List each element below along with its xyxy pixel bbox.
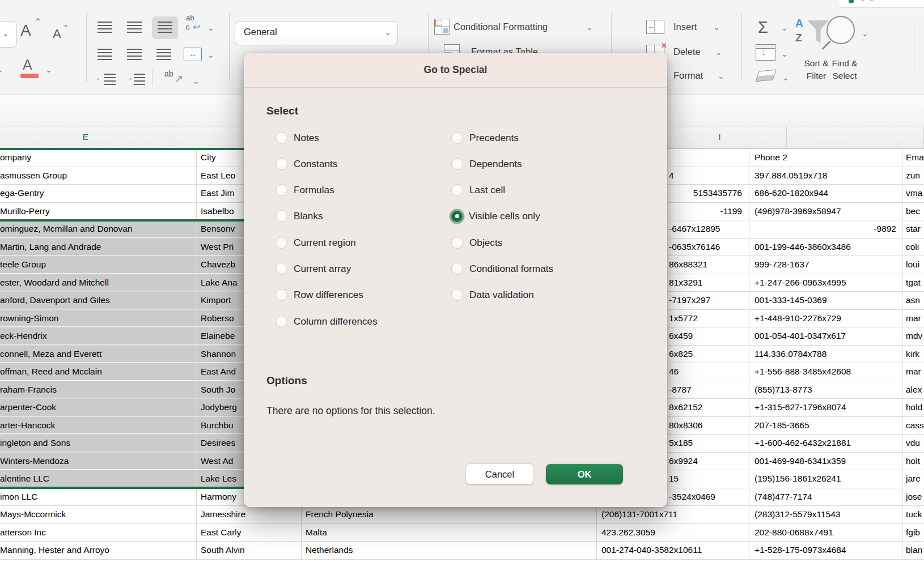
- radio-icon[interactable]: [451, 211, 463, 222]
- cell-company[interactable]: raham-Francis: [0, 381, 197, 399]
- decrease-font-size-button[interactable]: A: [53, 27, 61, 41]
- wrap-text-icon[interactable]: ab: [186, 15, 194, 22]
- align-center-icon[interactable]: [127, 49, 142, 60]
- chevron-down-icon[interactable]: ⌄: [713, 23, 720, 31]
- cell-company[interactable]: anford, Davenport and Giles: [0, 292, 197, 309]
- cell-phone2[interactable]: 207-185-3665: [749, 417, 902, 435]
- cell-phone1[interactable]: 423.262.3059: [597, 524, 749, 542]
- cell-country[interactable]: Netherlands: [302, 542, 597, 559]
- cell-email[interactable]: asn: [902, 292, 924, 309]
- cell-company[interactable]: ompany: [0, 149, 197, 167]
- radio-option-current-array[interactable]: Current array: [275, 257, 351, 281]
- cell-city[interactable]: South Alvin: [197, 542, 302, 559]
- cell-company[interactable]: arter-Hancock: [0, 417, 197, 435]
- cell-phone2[interactable]: +1-556-888-3485x42608: [749, 363, 902, 381]
- cell-email[interactable]: tgat: [902, 274, 924, 292]
- chevron-down-icon[interactable]: ⌄: [782, 74, 789, 82]
- cell-email[interactable]: star: [902, 220, 924, 238]
- cell-email[interactable]: loui: [902, 256, 924, 274]
- radio-icon[interactable]: [451, 289, 463, 301]
- radio-option-last-cell[interactable]: Last cell: [451, 178, 505, 202]
- cell-company[interactable]: imon LLC: [0, 488, 197, 506]
- radio-option-precedents[interactable]: Precedents: [451, 126, 519, 150]
- chevron-down-icon[interactable]: ⌄: [586, 23, 593, 31]
- radio-option-data-validation[interactable]: Data validation: [451, 283, 534, 307]
- radio-option-current-region[interactable]: Current region: [275, 231, 356, 254]
- cell-company[interactable]: ingleton and Sons: [0, 435, 197, 452]
- radio-icon[interactable]: [275, 210, 287, 222]
- chevron-down-icon[interactable]: ⌄: [2, 29, 9, 37]
- cell-email[interactable]: vma: [902, 185, 924, 202]
- cell-company[interactable]: ester, Woodard and Mitchell: [0, 274, 197, 292]
- find-select-button[interactable]: Find &Select: [832, 57, 858, 82]
- cell-phone2[interactable]: (855)713-8773: [749, 381, 902, 399]
- cell-phone2[interactable]: 114.336.0784x788: [749, 346, 902, 363]
- radio-icon[interactable]: [451, 158, 463, 170]
- cell-country[interactable]: French Polynesia: [302, 506, 597, 523]
- chevron-down-icon[interactable]: ⌄: [715, 48, 722, 56]
- cell-email[interactable]: jare: [902, 470, 924, 488]
- radio-icon[interactable]: [275, 289, 287, 301]
- cell-phone2[interactable]: -9892: [749, 220, 902, 238]
- cell-email[interactable]: kirk: [902, 346, 924, 363]
- autosum-button[interactable]: Σ: [758, 18, 768, 37]
- clear-eraser-icon[interactable]: [755, 69, 777, 82]
- radio-icon[interactable]: [451, 184, 463, 196]
- cell-company[interactable]: offman, Reed and Mcclain: [0, 363, 197, 381]
- conditional-formatting-icon[interactable]: [434, 19, 450, 35]
- cell-email[interactable]: mdv: [902, 327, 924, 345]
- cell-company[interactable]: ega-Gentry: [0, 185, 197, 202]
- align-right-icon[interactable]: [156, 49, 171, 60]
- column-header-blank[interactable]: [787, 126, 924, 148]
- radio-icon[interactable]: [275, 263, 287, 275]
- cell-phone2[interactable]: 001-199-446-3860x3486: [749, 239, 902, 256]
- cell-phone2[interactable]: 999-728-1637: [749, 256, 902, 274]
- align-bottom-icon[interactable]: [158, 22, 172, 33]
- cell-phone2[interactable]: 202-880-0688x7491: [749, 524, 902, 542]
- chevron-down-icon[interactable]: ⌄: [207, 51, 214, 59]
- text-orientation-icon[interactable]: ab: [164, 69, 173, 78]
- cell-phone2[interactable]: (195)156-1861x26241: [749, 470, 902, 488]
- cell-email[interactable]: zun: [902, 167, 924, 185]
- cell-phone2[interactable]: (748)477-7174: [749, 488, 902, 506]
- radio-icon[interactable]: [275, 184, 287, 196]
- cell-company[interactable]: Manning, Hester and Arroyo: [0, 542, 197, 559]
- radio-option-blanks[interactable]: Blanks: [275, 205, 323, 228]
- column-header-I[interactable]: I: [653, 126, 786, 148]
- cell-phone2[interactable]: 397.884.0519x718: [749, 167, 902, 185]
- chevron-down-icon[interactable]: ⌄: [207, 24, 214, 32]
- conditional-formatting-button[interactable]: Conditional Formatting: [453, 22, 548, 32]
- cell-email[interactable]: tuck: [902, 506, 924, 523]
- radio-icon[interactable]: [275, 316, 287, 327]
- cell-company[interactable]: arpenter-Cook: [0, 399, 197, 416]
- cell-email[interactable]: holt: [902, 453, 924, 470]
- cell-email[interactable]: mar: [902, 363, 924, 381]
- cell-phone2[interactable]: (283)312-5579x11543: [749, 506, 902, 523]
- chevron-down-icon[interactable]: ⌄: [193, 77, 200, 85]
- radio-icon[interactable]: [451, 237, 463, 249]
- format-button[interactable]: Format: [673, 70, 703, 81]
- cell-email[interactable]: hold: [902, 399, 924, 416]
- radio-option-visible-cells-only[interactable]: Visible cells only: [451, 205, 540, 228]
- radio-icon[interactable]: [451, 263, 463, 275]
- cell-phone2[interactable]: +1-448-910-2276x729: [749, 310, 902, 327]
- chevron-down-icon[interactable]: ⌄: [781, 50, 788, 58]
- insert-cells-icon[interactable]: ←: [646, 20, 664, 34]
- decrease-indent-icon[interactable]: ←: [95, 73, 104, 82]
- chevron-down-icon[interactable]: ⌄: [718, 72, 724, 80]
- radio-option-formulas[interactable]: Formulas: [275, 178, 334, 202]
- sort-filter-button[interactable]: Sort &Filter: [804, 57, 828, 82]
- delete-button[interactable]: Delete: [673, 46, 701, 57]
- radio-option-column-differences[interactable]: Column differences: [275, 309, 378, 333]
- radio-option-dependents[interactable]: Dependents: [451, 152, 522, 176]
- dialog-header[interactable]: Go to Special: [244, 53, 667, 88]
- cell-phone1[interactable]: 001-274-040-3582x10611: [597, 542, 749, 559]
- chevron-down-icon[interactable]: ⌄: [0, 66, 3, 74]
- radio-option-notes[interactable]: Notes: [275, 126, 319, 150]
- cell-email[interactable]: fgib: [902, 524, 924, 542]
- radio-option-conditional-formats[interactable]: Conditional formats: [451, 257, 553, 281]
- cell-city[interactable]: Jamesshire: [197, 506, 302, 523]
- fill-down-button[interactable]: ↓: [756, 44, 775, 61]
- radio-icon[interactable]: [275, 158, 287, 170]
- cell-email[interactable]: vdu: [902, 435, 924, 452]
